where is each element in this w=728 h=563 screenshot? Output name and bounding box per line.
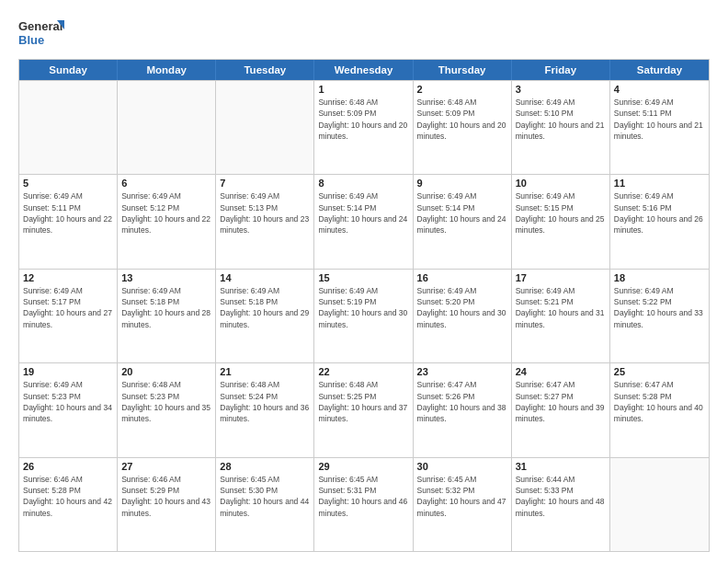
- calendar-cell: 9Sunrise: 6:49 AM Sunset: 5:14 PM Daylig…: [414, 175, 512, 268]
- day-number: 25: [614, 366, 705, 377]
- calendar-cell: 18Sunrise: 6:49 AM Sunset: 5:22 PM Dayli…: [610, 270, 709, 362]
- day-info: Sunrise: 6:47 AM Sunset: 5:28 PM Dayligh…: [614, 379, 705, 424]
- calendar-cell: 29Sunrise: 6:45 AM Sunset: 5:31 PM Dayli…: [314, 458, 413, 551]
- calendar-cell: [216, 81, 314, 174]
- day-info: Sunrise: 6:49 AM Sunset: 5:22 PM Dayligh…: [614, 285, 705, 330]
- day-number: 4: [614, 84, 705, 95]
- day-number: 6: [121, 178, 211, 189]
- day-number: 1: [318, 84, 408, 95]
- day-number: 18: [614, 272, 705, 283]
- day-info: Sunrise: 6:47 AM Sunset: 5:26 PM Dayligh…: [417, 379, 507, 424]
- header-day-sunday: Sunday: [19, 60, 118, 80]
- calendar-cell: 11Sunrise: 6:49 AM Sunset: 5:16 PM Dayli…: [610, 175, 709, 268]
- day-number: 30: [417, 461, 507, 472]
- day-number: 31: [516, 461, 606, 472]
- day-info: Sunrise: 6:48 AM Sunset: 5:09 PM Dayligh…: [417, 97, 507, 142]
- day-info: Sunrise: 6:48 AM Sunset: 5:23 PM Dayligh…: [121, 379, 211, 424]
- calendar-cell: [118, 81, 216, 174]
- day-info: Sunrise: 6:49 AM Sunset: 5:11 PM Dayligh…: [23, 190, 113, 236]
- day-info: Sunrise: 6:49 AM Sunset: 5:14 PM Dayligh…: [318, 190, 408, 236]
- day-number: 29: [318, 461, 408, 472]
- day-info: Sunrise: 6:49 AM Sunset: 5:23 PM Dayligh…: [23, 379, 113, 424]
- logo-icon: General Blue: [18, 17, 64, 50]
- day-number: 5: [23, 178, 113, 189]
- calendar-cell: [610, 458, 709, 551]
- header-day-monday: Monday: [118, 60, 216, 80]
- day-info: Sunrise: 6:49 AM Sunset: 5:13 PM Dayligh…: [220, 190, 310, 236]
- day-number: 3: [516, 84, 606, 95]
- day-info: Sunrise: 6:49 AM Sunset: 5:10 PM Dayligh…: [516, 97, 606, 142]
- day-number: 26: [23, 461, 113, 472]
- day-number: 23: [417, 366, 507, 377]
- day-info: Sunrise: 6:47 AM Sunset: 5:27 PM Dayligh…: [516, 379, 606, 424]
- day-number: 19: [23, 366, 113, 377]
- calendar-cell: 6Sunrise: 6:49 AM Sunset: 5:12 PM Daylig…: [118, 175, 216, 268]
- day-info: Sunrise: 6:46 AM Sunset: 5:29 PM Dayligh…: [121, 474, 211, 519]
- calendar-cell: 31Sunrise: 6:44 AM Sunset: 5:33 PM Dayli…: [512, 458, 610, 551]
- calendar: SundayMondayTuesdayWednesdayThursdayFrid…: [18, 59, 710, 552]
- calendar-row-0: 1Sunrise: 6:48 AM Sunset: 5:09 PM Daylig…: [19, 80, 709, 174]
- calendar-cell: 21Sunrise: 6:48 AM Sunset: 5:24 PM Dayli…: [216, 363, 314, 456]
- calendar-cell: 12Sunrise: 6:49 AM Sunset: 5:17 PM Dayli…: [19, 270, 118, 362]
- calendar-body: 1Sunrise: 6:48 AM Sunset: 5:09 PM Daylig…: [19, 80, 709, 551]
- day-info: Sunrise: 6:48 AM Sunset: 5:24 PM Dayligh…: [220, 379, 310, 424]
- calendar-cell: 20Sunrise: 6:48 AM Sunset: 5:23 PM Dayli…: [118, 363, 216, 456]
- day-number: 21: [220, 366, 310, 377]
- calendar-cell: 3Sunrise: 6:49 AM Sunset: 5:10 PM Daylig…: [512, 81, 610, 174]
- day-info: Sunrise: 6:49 AM Sunset: 5:17 PM Dayligh…: [23, 285, 113, 330]
- calendar-row-2: 12Sunrise: 6:49 AM Sunset: 5:17 PM Dayli…: [19, 269, 709, 362]
- day-number: 12: [23, 272, 113, 283]
- day-info: Sunrise: 6:49 AM Sunset: 5:14 PM Dayligh…: [417, 190, 507, 236]
- svg-text:Blue: Blue: [18, 33, 44, 47]
- day-info: Sunrise: 6:49 AM Sunset: 5:11 PM Dayligh…: [614, 97, 705, 142]
- calendar-row-1: 5Sunrise: 6:49 AM Sunset: 5:11 PM Daylig…: [19, 174, 709, 268]
- day-info: Sunrise: 6:49 AM Sunset: 5:18 PM Dayligh…: [121, 285, 211, 330]
- calendar-cell: 8Sunrise: 6:49 AM Sunset: 5:14 PM Daylig…: [314, 175, 413, 268]
- header-day-tuesday: Tuesday: [216, 60, 314, 80]
- page: General Blue SundayMondayTuesdayWednesda…: [0, 0, 728, 563]
- logo: General Blue: [18, 17, 64, 50]
- day-number: 9: [417, 178, 507, 189]
- day-info: Sunrise: 6:49 AM Sunset: 5:21 PM Dayligh…: [516, 285, 606, 330]
- day-info: Sunrise: 6:49 AM Sunset: 5:16 PM Dayligh…: [614, 190, 705, 236]
- day-info: Sunrise: 6:45 AM Sunset: 5:30 PM Dayligh…: [220, 474, 310, 519]
- calendar-cell: 19Sunrise: 6:49 AM Sunset: 5:23 PM Dayli…: [19, 363, 118, 456]
- calendar-row-3: 19Sunrise: 6:49 AM Sunset: 5:23 PM Dayli…: [19, 362, 709, 456]
- day-number: 7: [220, 178, 310, 189]
- header: General Blue: [18, 17, 710, 50]
- header-day-thursday: Thursday: [414, 60, 512, 80]
- day-number: 28: [220, 461, 310, 472]
- day-number: 20: [121, 366, 211, 377]
- calendar-cell: 17Sunrise: 6:49 AM Sunset: 5:21 PM Dayli…: [512, 270, 610, 362]
- calendar-cell: 14Sunrise: 6:49 AM Sunset: 5:18 PM Dayli…: [216, 270, 314, 362]
- calendar-cell: 4Sunrise: 6:49 AM Sunset: 5:11 PM Daylig…: [610, 81, 709, 174]
- day-number: 22: [318, 366, 408, 377]
- day-number: 2: [417, 84, 507, 95]
- calendar-row-4: 26Sunrise: 6:46 AM Sunset: 5:28 PM Dayli…: [19, 457, 709, 551]
- day-number: 24: [516, 366, 606, 377]
- calendar-header-row: SundayMondayTuesdayWednesdayThursdayFrid…: [19, 60, 709, 80]
- day-info: Sunrise: 6:49 AM Sunset: 5:20 PM Dayligh…: [417, 285, 507, 330]
- day-info: Sunrise: 6:44 AM Sunset: 5:33 PM Dayligh…: [516, 474, 606, 519]
- calendar-cell: 5Sunrise: 6:49 AM Sunset: 5:11 PM Daylig…: [19, 175, 118, 268]
- day-number: 16: [417, 272, 507, 283]
- day-number: 15: [318, 272, 408, 283]
- header-day-saturday: Saturday: [610, 60, 709, 80]
- calendar-cell: 2Sunrise: 6:48 AM Sunset: 5:09 PM Daylig…: [414, 81, 512, 174]
- calendar-cell: 13Sunrise: 6:49 AM Sunset: 5:18 PM Dayli…: [118, 270, 216, 362]
- calendar-cell: 7Sunrise: 6:49 AM Sunset: 5:13 PM Daylig…: [216, 175, 314, 268]
- calendar-cell: 1Sunrise: 6:48 AM Sunset: 5:09 PM Daylig…: [314, 81, 413, 174]
- day-info: Sunrise: 6:46 AM Sunset: 5:28 PM Dayligh…: [23, 474, 113, 519]
- day-number: 11: [614, 178, 705, 189]
- svg-text:General: General: [18, 19, 63, 33]
- calendar-cell: 10Sunrise: 6:49 AM Sunset: 5:15 PM Dayli…: [512, 175, 610, 268]
- day-number: 17: [516, 272, 606, 283]
- day-info: Sunrise: 6:49 AM Sunset: 5:19 PM Dayligh…: [318, 285, 408, 330]
- calendar-cell: 22Sunrise: 6:48 AM Sunset: 5:25 PM Dayli…: [314, 363, 413, 456]
- header-day-friday: Friday: [512, 60, 610, 80]
- day-number: 14: [220, 272, 310, 283]
- day-info: Sunrise: 6:49 AM Sunset: 5:18 PM Dayligh…: [220, 285, 310, 330]
- calendar-cell: 26Sunrise: 6:46 AM Sunset: 5:28 PM Dayli…: [19, 458, 118, 551]
- day-number: 8: [318, 178, 408, 189]
- calendar-cell: 16Sunrise: 6:49 AM Sunset: 5:20 PM Dayli…: [414, 270, 512, 362]
